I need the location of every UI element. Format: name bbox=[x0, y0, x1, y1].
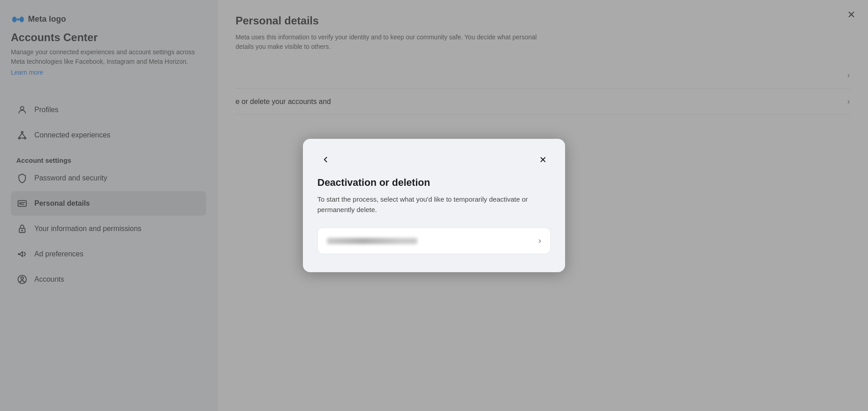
modal-back-button[interactable] bbox=[317, 153, 334, 166]
option-chevron-icon: › bbox=[538, 236, 541, 246]
modal-nav bbox=[317, 153, 551, 166]
modal-close-button[interactable] bbox=[535, 154, 551, 165]
deactivation-deletion-modal: Deactivation or deletion To start the pr… bbox=[303, 139, 565, 273]
modal-option-item[interactable]: › bbox=[317, 227, 551, 254]
modal-backdrop: Deactivation or deletion To start the pr… bbox=[0, 0, 868, 411]
option-blurred-text bbox=[327, 238, 417, 244]
modal-description: To start the process, select what you'd … bbox=[317, 194, 551, 215]
modal-title: Deactivation or deletion bbox=[317, 177, 551, 189]
